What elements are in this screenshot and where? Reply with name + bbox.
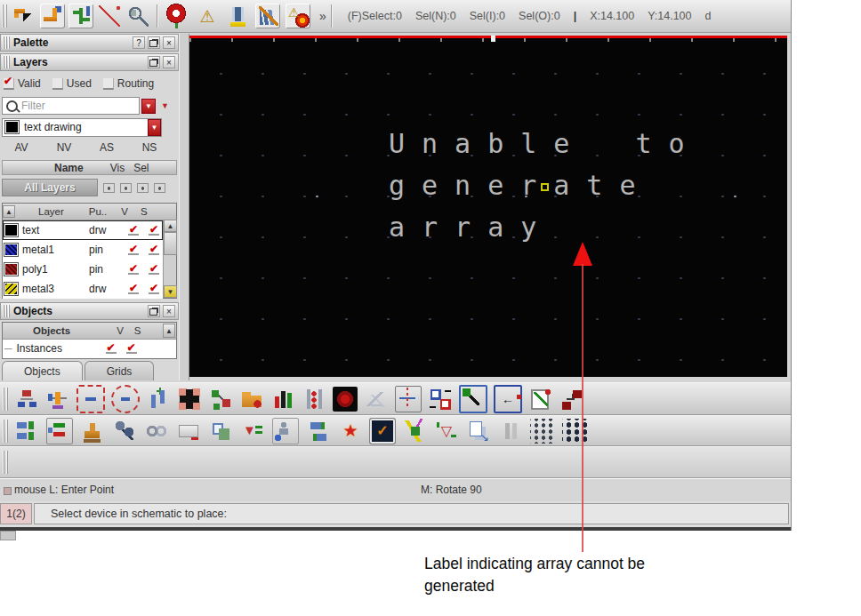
objects-row-instances[interactable]: ─ Instances ✔ ✔ (3, 340, 176, 357)
gray-bars-icon[interactable] (498, 419, 523, 444)
bars-icon[interactable] (270, 387, 295, 412)
create-route-icon[interactable] (40, 4, 65, 28)
page-copy-icon[interactable] (466, 419, 491, 444)
toolbar-grip[interactable] (3, 420, 9, 443)
stop-icon[interactable] (165, 4, 189, 28)
all-layers-button[interactable]: All Layers (2, 179, 98, 196)
set-button-av[interactable]: AV (0, 141, 43, 154)
edit-properties-icon[interactable] (528, 387, 553, 412)
crosshair-icon[interactable] (395, 386, 422, 412)
checkbox-used[interactable]: Used (52, 77, 92, 90)
tab-objects[interactable]: Objects (2, 361, 83, 380)
chain-icon[interactable] (144, 419, 169, 444)
box-rows-icon[interactable] (46, 418, 73, 444)
active-layer-select[interactable]: text drawing ▼ (2, 118, 162, 137)
unchecked-box-icon[interactable] (52, 78, 63, 90)
window-resize-nub[interactable] (0, 531, 16, 540)
panel-grip[interactable] (3, 305, 10, 317)
lamp-icon[interactable] (225, 4, 250, 28)
selectability-check-icon[interactable]: ✔ (146, 284, 162, 294)
open-folder-icon[interactable] (239, 387, 264, 412)
capsules-icon[interactable] (306, 419, 331, 444)
float-button[interactable] (148, 305, 160, 317)
filter-menu-arrow-icon[interactable]: ▼ (161, 101, 169, 110)
array-box-icon[interactable] (76, 385, 105, 413)
sketch-icon[interactable] (364, 387, 389, 412)
scroll-up-icon[interactable]: ▲ (163, 324, 175, 338)
check-warnings-icon[interactable] (195, 4, 220, 28)
contact-icon[interactable] (177, 387, 202, 412)
hierarchy-icon[interactable] (14, 387, 39, 412)
pins-icon[interactable] (146, 387, 171, 412)
toolbar-overflow-chevron[interactable]: » (319, 9, 325, 23)
sort-arrow-icon[interactable]: ▲ (3, 205, 15, 218)
visibility-check-icon[interactable]: ✔ (125, 264, 141, 275)
globe-icon[interactable] (333, 387, 358, 412)
close-button[interactable]: × (163, 305, 175, 317)
scrollbar-thumb[interactable] (164, 232, 177, 255)
layout-canvas[interactable]: Unable to generate array (189, 36, 787, 377)
ladder-icon[interactable] (302, 387, 326, 412)
close-button[interactable]: × (163, 36, 175, 49)
screen-check-icon[interactable] (370, 419, 395, 444)
wire-lightning-icon[interactable] (402, 419, 427, 444)
checked-box-icon[interactable] (4, 78, 14, 90)
panel-grip[interactable] (3, 36, 10, 49)
checkbox-valid[interactable]: Valid (4, 77, 41, 90)
checkbox-routing[interactable]: Routing (103, 77, 154, 90)
toolbar-grip[interactable] (2, 4, 8, 28)
toolbar-grip[interactable] (3, 451, 9, 474)
align-rows-icon[interactable] (14, 419, 39, 444)
tree-route-icon[interactable] (68, 4, 93, 28)
funnel-icon[interactable] (240, 419, 265, 444)
burst-icon[interactable] (338, 419, 363, 444)
help-button[interactable]: ? (133, 36, 145, 49)
layer-table-scrollbar[interactable]: ▲ ▼ (163, 220, 176, 298)
close-button[interactable]: × (163, 56, 175, 68)
float-button[interactable] (148, 56, 160, 68)
selectability-check-icon[interactable]: ✔ (146, 264, 162, 275)
select-area-icon[interactable] (459, 385, 487, 413)
panel-grip[interactable] (3, 56, 10, 68)
tab-grids[interactable]: Grids (84, 361, 155, 380)
tools-icon[interactable] (112, 419, 137, 444)
person-box-icon[interactable] (272, 418, 299, 444)
array-ring-icon[interactable] (111, 385, 140, 413)
set-button-nv[interactable]: NV (43, 141, 85, 154)
all-layers-mini-icon[interactable] (103, 183, 115, 193)
annotate-books-icon[interactable] (255, 4, 280, 28)
all-layers-mini-icon[interactable] (154, 183, 165, 193)
selectability-check-icon[interactable]: ✔ (146, 225, 162, 236)
instance-pin-icon[interactable] (45, 387, 70, 412)
scroll-up-icon[interactable]: ▲ (164, 220, 177, 232)
visibility-check-icon[interactable]: ✔ (125, 284, 141, 294)
layer-row-text[interactable]: textdrw✔✔ (3, 220, 163, 240)
layer-row-poly1[interactable]: poly1pin✔✔ (3, 260, 163, 279)
selectability-check-icon[interactable]: ✔ (146, 244, 162, 255)
probe-icon[interactable] (97, 4, 122, 28)
stamp-icon[interactable] (80, 419, 105, 444)
cards-icon[interactable] (208, 419, 233, 444)
grid-dots-icon[interactable] (530, 419, 555, 444)
grid-matrix-icon[interactable] (562, 419, 587, 444)
all-layers-mini-icon[interactable] (137, 183, 149, 193)
back-box-icon[interactable] (494, 385, 522, 413)
visibility-check-icon[interactable]: ✔ (125, 225, 141, 236)
check-icon[interactable]: ✔ (124, 343, 140, 354)
scroll-down-icon[interactable]: ▼ (164, 285, 177, 298)
reshape-icon[interactable] (208, 387, 233, 412)
triangle-arrows-icon[interactable] (434, 419, 459, 444)
layer-row-metal3[interactable]: metal3drw✔✔ (3, 279, 163, 299)
select-mode-icon[interactable] (12, 4, 36, 28)
panel-splitter[interactable] (179, 34, 189, 380)
check-icon[interactable]: ✔ (103, 343, 119, 354)
set-button-as[interactable]: AS (85, 141, 128, 154)
search-tools-icon[interactable] (125, 4, 150, 28)
set-button-ns[interactable]: NS (128, 141, 171, 154)
layer-row-metal1[interactable]: metal1pin✔✔ (3, 240, 163, 260)
swap-views-icon[interactable] (428, 387, 453, 412)
all-layers-mini-icon[interactable] (120, 183, 132, 193)
visibility-check-icon[interactable]: ✔ (125, 244, 141, 255)
layer-filter-input[interactable]: Filter (2, 97, 140, 115)
filter-dropdown-button[interactable]: ▼ (141, 99, 156, 114)
